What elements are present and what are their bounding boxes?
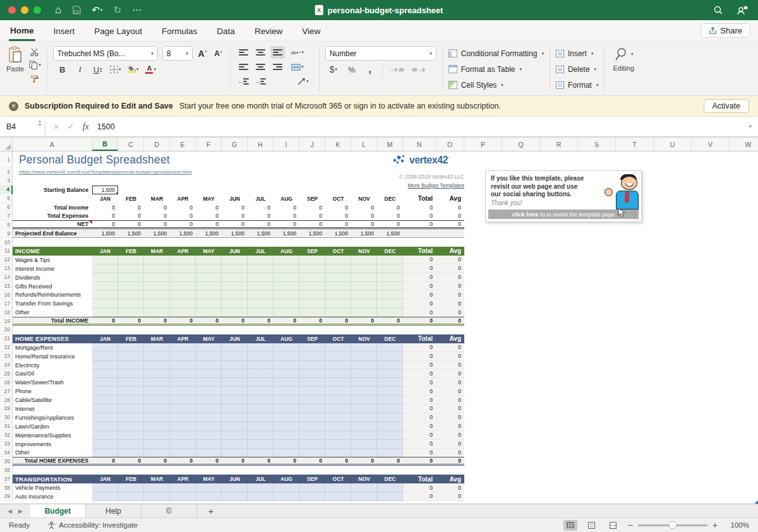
cell[interactable] — [351, 422, 377, 431]
row-header-4[interactable]: 4 — [0, 186, 13, 194]
more-toolbar-icon[interactable]: ⋯ — [132, 4, 141, 16]
month-header[interactable]: JUN — [222, 475, 248, 483]
cell[interactable] — [351, 440, 377, 449]
cell[interactable]: 0 — [436, 211, 464, 220]
merge-center-button[interactable]: ▾ — [287, 61, 308, 73]
cell[interactable] — [325, 256, 351, 264]
row-label[interactable]: Total INCOME — [13, 317, 92, 326]
cell[interactable] — [351, 343, 377, 352]
row-label[interactable]: Mortgage/Rent — [13, 343, 92, 352]
cell[interactable] — [325, 449, 351, 458]
format-painter-button[interactable] — [29, 73, 41, 84]
cell[interactable] — [377, 369, 403, 378]
cell[interactable]: 0 — [436, 308, 464, 317]
cell[interactable] — [118, 308, 144, 317]
cell[interactable]: 0 — [274, 457, 299, 466]
tab-page-layout[interactable]: Page Layout — [93, 21, 143, 40]
cell[interactable] — [248, 308, 274, 317]
orientation-button[interactable]: ▾ — [293, 75, 313, 88]
editing-group[interactable]: ▾ Editing — [613, 46, 634, 93]
cancel-icon[interactable]: × — [54, 121, 59, 132]
cell[interactable] — [170, 413, 196, 422]
cell[interactable] — [170, 369, 196, 378]
home-icon[interactable]: ⌂ — [55, 4, 61, 16]
cell[interactable]: 0 — [144, 220, 170, 229]
cell[interactable]: 0 — [118, 203, 144, 212]
column-header-B[interactable]: B — [92, 138, 118, 151]
cell[interactable] — [92, 273, 118, 282]
cell[interactable] — [196, 387, 222, 396]
column-header-H[interactable]: H — [248, 138, 274, 151]
cell[interactable]: 0 — [403, 264, 436, 273]
cell[interactable] — [248, 299, 274, 308]
cell[interactable] — [144, 256, 170, 264]
month-header[interactable]: JUL — [248, 334, 274, 343]
cell[interactable] — [196, 405, 222, 413]
cell[interactable] — [377, 483, 403, 492]
row-header-11[interactable]: 11 — [0, 247, 13, 256]
cell[interactable] — [118, 431, 144, 440]
cell[interactable]: 0 — [144, 211, 170, 220]
section-header-label[interactable]: INCOME — [13, 247, 92, 256]
column-header-P[interactable]: P — [464, 138, 502, 151]
row-header-8[interactable]: 8 — [0, 220, 13, 229]
cell[interactable]: 1,500 — [351, 229, 377, 238]
column-header-N[interactable]: N — [403, 138, 436, 151]
row-header-19[interactable]: 19 — [0, 317, 13, 326]
cell[interactable]: 0 — [92, 220, 118, 229]
cell[interactable] — [92, 299, 118, 308]
cell[interactable] — [351, 449, 377, 458]
row-label[interactable]: Projected End Balance — [13, 229, 92, 238]
column-header-L[interactable]: L — [351, 138, 377, 151]
cell[interactable] — [299, 361, 325, 370]
cell[interactable] — [144, 361, 170, 370]
cell[interactable] — [196, 361, 222, 370]
cell[interactable] — [144, 440, 170, 449]
cell[interactable] — [274, 282, 299, 291]
row-header-14[interactable]: 14 — [0, 273, 13, 282]
row-header-32[interactable]: 32 — [0, 431, 13, 440]
cell[interactable]: 0 — [436, 343, 464, 352]
column-header-I[interactable]: I — [274, 138, 299, 151]
cell[interactable] — [274, 256, 299, 264]
cell[interactable] — [92, 492, 118, 501]
cell[interactable] — [170, 405, 196, 413]
starting-balance-label[interactable]: Starting Balance — [13, 186, 92, 194]
cell[interactable]: 0 — [403, 405, 436, 413]
zoom-out-button[interactable]: − — [628, 520, 633, 530]
cell[interactable] — [325, 273, 351, 282]
row-header-24[interactable]: 24 — [0, 361, 13, 370]
cell[interactable]: 0 — [118, 317, 144, 326]
cell[interactable] — [92, 343, 118, 352]
cell[interactable] — [299, 352, 325, 361]
cell[interactable] — [436, 229, 464, 238]
sheet-tab-help[interactable]: Help — [86, 504, 141, 517]
cell[interactable]: 1,500 — [196, 229, 222, 238]
font-size-select[interactable]: 8▾ — [162, 46, 193, 61]
cell[interactable] — [248, 378, 274, 387]
cell[interactable] — [170, 449, 196, 458]
cell[interactable]: 0 — [92, 457, 118, 466]
cell[interactable] — [299, 369, 325, 378]
cell[interactable]: 0 — [299, 203, 325, 212]
row-header-3[interactable]: 3 — [0, 177, 13, 186]
month-header[interactable]: NOV — [351, 247, 377, 256]
cell[interactable]: 0 — [196, 203, 222, 212]
month-header[interactable]: JAN — [92, 194, 118, 203]
row-header-27[interactable]: 27 — [0, 387, 13, 396]
cell[interactable] — [170, 256, 196, 264]
cell[interactable]: 0 — [403, 211, 436, 220]
align-bottom-button[interactable] — [270, 46, 285, 59]
cell[interactable] — [118, 387, 144, 396]
row-label[interactable]: Phone — [13, 387, 92, 396]
cell[interactable]: 0 — [403, 361, 436, 370]
cell[interactable]: 0 — [403, 440, 436, 449]
promo-click-here-button[interactable]: click here to to revisit the template pa… — [488, 210, 639, 219]
month-header[interactable]: AUG — [274, 194, 299, 203]
cell[interactable] — [274, 264, 299, 273]
increase-font-size-button[interactable]: A˄ — [197, 48, 208, 59]
month-header[interactable]: MAR — [144, 247, 170, 256]
cell[interactable] — [377, 413, 403, 422]
row-label[interactable]: Interest Income — [13, 264, 92, 273]
cell[interactable] — [144, 449, 170, 458]
